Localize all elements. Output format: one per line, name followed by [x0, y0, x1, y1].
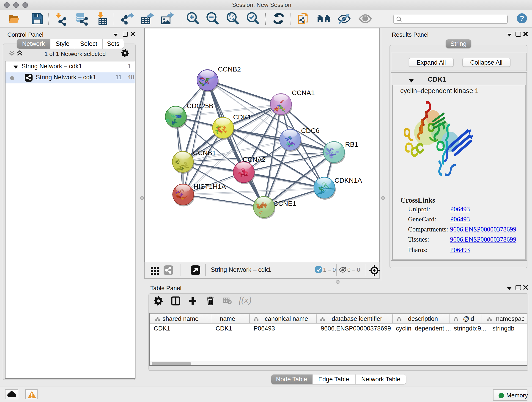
svg-text:CCNE1: CCNE1	[273, 200, 296, 207]
svg-text:CCNB1: CCNB1	[193, 149, 216, 157]
svg-text:CDKN1A: CDKN1A	[335, 177, 362, 184]
svg-text:HIST1H1A: HIST1H1A	[194, 183, 226, 190]
svg-text:CDK1: CDK1	[233, 113, 251, 121]
svg-text:CDC25B: CDC25B	[187, 102, 214, 109]
svg-text:CDC6: CDC6	[301, 127, 320, 134]
svg-text:RB1: RB1	[345, 140, 358, 148]
svg-text:?: ?	[520, 14, 524, 22]
svg-text:CCNA1: CCNA1	[292, 89, 315, 96]
svg-text:CCNB2: CCNB2	[218, 65, 241, 73]
svg-text:CCNA2: CCNA2	[243, 156, 266, 163]
